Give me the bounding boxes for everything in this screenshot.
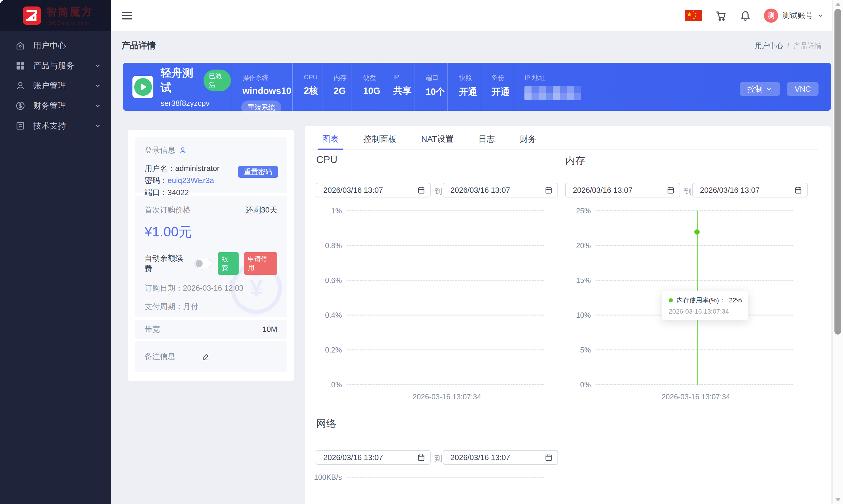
server-status-tile (133, 76, 153, 98)
memory-date-from-input[interactable] (565, 183, 680, 197)
network-date-to-input[interactable] (443, 450, 558, 465)
breadcrumb-current: 产品详情 (793, 41, 822, 50)
dollar-circle-icon (15, 101, 25, 111)
tab-logs[interactable]: 日志 (474, 133, 499, 149)
cpu-range-separator: 到 (435, 186, 442, 197)
spec-ip-type: IP 共享 (382, 63, 414, 111)
tooltip-time: 2026-03-16 13:07:34 (669, 308, 742, 316)
calendar-icon[interactable] (544, 453, 553, 462)
calendar-icon[interactable] (794, 186, 802, 194)
server-actions: 控制 VNC (740, 82, 819, 96)
username-value: administrator (175, 164, 219, 173)
price-value: ¥1.00元 (144, 223, 277, 241)
chevron-down-icon (766, 86, 772, 92)
cpu-chart-title: CPU (316, 154, 337, 165)
network-range-separator: 到 (435, 454, 442, 464)
calendar-icon[interactable] (417, 453, 425, 462)
password-value-link[interactable]: euiq23WEr3a (168, 176, 214, 185)
memory-tooltip: 内存使用率(%)： 22% 2026-03-16 13:07:34 (662, 291, 748, 320)
grid-icon (15, 61, 25, 71)
running-status-icon (134, 78, 152, 96)
sidebar-item-label: 产品与服务 (33, 60, 74, 71)
calendar-icon[interactable] (417, 186, 425, 194)
spec-os: 操作系统 windows10 重装系统 (231, 63, 292, 111)
network-date-from-input[interactable] (316, 450, 431, 465)
tab-finance[interactable]: 财务 (515, 133, 540, 149)
tab-control-panel[interactable]: 控制面板 (359, 133, 401, 149)
series-dot-icon (669, 298, 673, 302)
order-date-row: 订购日期：2026-03-16 12:03 (144, 283, 277, 293)
sidebar-item-support[interactable]: 技术支持 (0, 116, 111, 136)
login-info-title: 登录信息 (144, 145, 175, 155)
calendar-icon[interactable] (667, 186, 675, 194)
brand-subtitle: IDCSmart.com (46, 20, 93, 26)
reset-password-button[interactable]: 重置密码 (238, 166, 278, 178)
spec-ip-address: IP 地址 (513, 63, 619, 111)
network-date-to-field (443, 450, 558, 465)
language-flag-icon[interactable]: ★★★★★ (685, 10, 702, 21)
bell-icon[interactable] (739, 10, 752, 22)
order-price-panel: ¥ 首次订购价格 还剩30天 ¥1.00元 自动余额续费 续费 申请停用 订购日… (135, 196, 287, 317)
brand-logo-icon (22, 6, 41, 25)
tab-charts[interactable]: 图表 (318, 133, 343, 150)
page-title: 产品详情 (122, 40, 156, 52)
bandwidth-label: 带宽 (144, 324, 160, 335)
brand-text: 智简魔方 IDCSmart.com (46, 5, 93, 26)
server-name: 轻舟测试 (160, 66, 198, 95)
menu-toggle-icon[interactable] (122, 12, 132, 19)
edit-pencil-icon[interactable] (202, 353, 210, 360)
brand-logo[interactable]: 智简魔方 IDCSmart.com (0, 0, 111, 31)
memory-data-point (694, 229, 700, 235)
cpu-chart-plot: 1% 0.8% 0.6% 0.4% 0.2% 0% (311, 211, 544, 385)
reinstall-os-button[interactable]: 重装系统 (241, 101, 281, 114)
cpu-date-to-input[interactable] (443, 183, 558, 197)
main-content: ★★★★★ 测 测试账号 产品详情 (111, 0, 832, 504)
server-id: ser38f8zyzcpv (160, 99, 231, 108)
network-date-from-field (316, 450, 431, 465)
breadcrumb-root[interactable]: 用户中心 (755, 41, 783, 50)
sidebar-item-account[interactable]: 账户管理 (0, 76, 111, 96)
server-specs: 操作系统 windows10 重装系统 CPU 2核 内存 2G 硬盘 10G (231, 63, 619, 111)
tooltip-series: 内存使用率(%)： (677, 296, 725, 305)
tab-bar: 图表 控制面板 NAT设置 日志 财务 (312, 133, 818, 150)
auto-renew-toggle[interactable] (194, 259, 212, 268)
login-info-panel: 登录信息 用户名：administrator 密码：euiq23WEr3a 端口… (135, 137, 287, 193)
sidebar-item-user-center[interactable]: 用户中心 (0, 36, 111, 56)
spec-label: 操作系统 (243, 73, 292, 82)
tooltip-value: 22% (729, 296, 742, 304)
sidebar-item-products[interactable]: 产品与服务 (0, 56, 111, 76)
cart-icon[interactable] (715, 10, 727, 22)
product-info-card: 登录信息 用户名：administrator 密码：euiq23WEr3a 端口… (128, 130, 294, 381)
spec-cpu: CPU 2核 (292, 63, 322, 111)
scrollbar-thumb[interactable] (835, 9, 841, 335)
remark-value: - (193, 352, 196, 361)
auto-renew-label: 自动余额续费 (144, 253, 189, 274)
calendar-icon[interactable] (544, 186, 553, 194)
account-menu[interactable]: 测 测试账号 (764, 8, 824, 23)
request-stop-button[interactable]: 申请停用 (244, 252, 277, 275)
chevron-down-icon (94, 122, 102, 130)
scrollbar-down-arrow-icon[interactable] (835, 498, 841, 502)
vnc-button[interactable]: VNC (787, 82, 819, 96)
sidebar-item-finance[interactable]: 财务管理 (0, 96, 111, 116)
cpu-date-from-field (316, 183, 431, 197)
memory-date-to-input[interactable] (692, 183, 808, 197)
document-icon (15, 121, 25, 131)
control-button[interactable]: 控制 (740, 82, 780, 96)
page-scrollbar[interactable] (832, 0, 843, 504)
cpu-date-from-input[interactable] (316, 183, 431, 197)
ip-address-label: IP 地址 (524, 73, 619, 82)
price-title: 首次订购价格 (144, 205, 191, 215)
scrollbar-up-arrow-icon[interactable] (835, 2, 841, 6)
sidebar-menu: 用户中心 产品与服务 账户管理 财务管理 技术支持 (0, 31, 111, 136)
tab-nat-settings[interactable]: NAT设置 (417, 133, 458, 149)
server-banner-left: 轻舟测试 已激活 ser38f8zyzcpv (123, 63, 231, 111)
sidebar-item-label: 账户管理 (33, 80, 66, 91)
detail-tabs-card: 图表 控制面板 NAT设置 日志 财务 CPU 到 1% 0.8% 0.6% (305, 126, 831, 504)
ip-address-masked (524, 86, 581, 100)
renew-button[interactable]: 续费 (218, 252, 239, 275)
chevron-down-icon (94, 62, 102, 70)
home-icon (15, 41, 25, 51)
memory-date-to-field (692, 183, 808, 197)
sidebar-item-label: 用户中心 (33, 40, 66, 51)
